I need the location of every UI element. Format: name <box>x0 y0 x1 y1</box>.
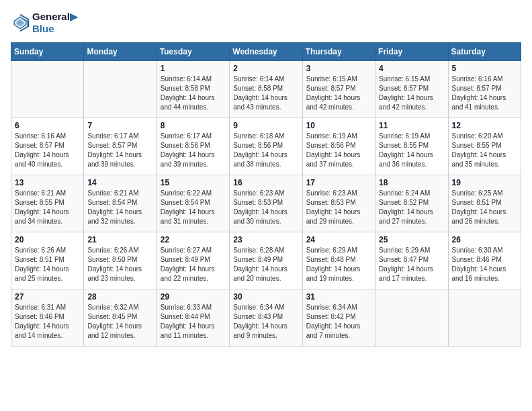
day-number: 6 <box>15 121 80 130</box>
day-info: Sunrise: 6:17 AM Sunset: 8:56 PM Dayligh… <box>161 132 226 169</box>
day-info: Sunrise: 6:28 AM Sunset: 8:49 PM Dayligh… <box>233 246 298 283</box>
calendar-cell <box>11 61 84 118</box>
day-info: Sunrise: 6:26 AM Sunset: 8:50 PM Dayligh… <box>87 246 152 283</box>
weekday-header-saturday: Saturday <box>448 43 521 61</box>
day-number: 26 <box>452 235 517 244</box>
day-number: 31 <box>306 292 371 302</box>
calendar-cell: 19Sunrise: 6:25 AM Sunset: 8:51 PM Dayli… <box>448 175 521 232</box>
calendar-cell: 9Sunrise: 6:18 AM Sunset: 8:56 PM Daylig… <box>230 118 302 175</box>
day-info: Sunrise: 6:32 AM Sunset: 8:45 PM Dayligh… <box>87 303 152 340</box>
calendar-cell: 28Sunrise: 6:32 AM Sunset: 8:45 PM Dayli… <box>84 289 157 347</box>
day-number: 16 <box>233 178 298 187</box>
day-number: 11 <box>379 121 444 130</box>
day-info: Sunrise: 6:15 AM Sunset: 8:57 PM Dayligh… <box>306 75 371 112</box>
calendar-cell: 2Sunrise: 6:14 AM Sunset: 8:58 PM Daylig… <box>230 61 302 118</box>
calendar-cell: 8Sunrise: 6:17 AM Sunset: 8:56 PM Daylig… <box>157 118 229 175</box>
calendar-cell: 21Sunrise: 6:26 AM Sunset: 8:50 PM Dayli… <box>84 232 157 289</box>
day-info: Sunrise: 6:27 AM Sunset: 8:49 PM Dayligh… <box>161 246 226 283</box>
calendar-cell: 15Sunrise: 6:22 AM Sunset: 8:54 PM Dayli… <box>157 175 229 232</box>
day-number: 23 <box>233 235 298 244</box>
calendar-cell <box>448 289 521 347</box>
calendar-cell: 31Sunrise: 6:34 AM Sunset: 8:42 PM Dayli… <box>302 289 375 347</box>
day-info: Sunrise: 6:23 AM Sunset: 8:53 PM Dayligh… <box>306 189 371 226</box>
day-number: 21 <box>87 235 152 244</box>
day-number: 13 <box>15 178 80 187</box>
calendar-cell: 3Sunrise: 6:15 AM Sunset: 8:57 PM Daylig… <box>302 61 375 118</box>
weekday-header-wednesday: Wednesday <box>230 43 302 61</box>
calendar-week-3: 13Sunrise: 6:21 AM Sunset: 8:55 PM Dayli… <box>11 175 521 232</box>
day-info: Sunrise: 6:29 AM Sunset: 8:48 PM Dayligh… <box>306 246 371 283</box>
day-number: 14 <box>87 178 152 187</box>
calendar-cell: 1Sunrise: 6:14 AM Sunset: 8:58 PM Daylig… <box>157 61 229 118</box>
calendar-cell: 27Sunrise: 6:31 AM Sunset: 8:46 PM Dayli… <box>11 289 84 347</box>
day-info: Sunrise: 6:22 AM Sunset: 8:54 PM Dayligh… <box>161 189 226 226</box>
calendar-cell: 16Sunrise: 6:23 AM Sunset: 8:53 PM Dayli… <box>230 175 302 232</box>
weekday-header-tuesday: Tuesday <box>157 43 229 61</box>
calendar-cell <box>375 289 448 347</box>
weekday-header-row: SundayMondayTuesdayWednesdayThursdayFrid… <box>11 43 521 61</box>
calendar-cell <box>84 61 157 118</box>
calendar-cell: 4Sunrise: 6:15 AM Sunset: 8:57 PM Daylig… <box>375 61 448 118</box>
day-number: 9 <box>233 121 298 130</box>
day-number: 30 <box>233 292 298 302</box>
day-info: Sunrise: 6:29 AM Sunset: 8:47 PM Dayligh… <box>379 246 444 283</box>
day-number: 20 <box>15 235 80 244</box>
day-info: Sunrise: 6:33 AM Sunset: 8:44 PM Dayligh… <box>161 303 226 340</box>
day-number: 25 <box>379 235 444 244</box>
weekday-header-friday: Friday <box>375 43 448 61</box>
calendar-cell: 10Sunrise: 6:19 AM Sunset: 8:56 PM Dayli… <box>302 118 375 175</box>
logo: General▶ Blue <box>11 11 78 34</box>
calendar-cell: 30Sunrise: 6:34 AM Sunset: 8:43 PM Dayli… <box>230 289 302 347</box>
calendar-cell: 5Sunrise: 6:16 AM Sunset: 8:57 PM Daylig… <box>448 61 521 118</box>
day-number: 29 <box>161 292 226 302</box>
calendar-cell: 11Sunrise: 6:19 AM Sunset: 8:55 PM Dayli… <box>375 118 448 175</box>
day-info: Sunrise: 6:17 AM Sunset: 8:57 PM Dayligh… <box>87 132 152 169</box>
calendar-week-4: 20Sunrise: 6:26 AM Sunset: 8:51 PM Dayli… <box>11 232 521 289</box>
calendar-week-5: 27Sunrise: 6:31 AM Sunset: 8:46 PM Dayli… <box>11 289 521 347</box>
day-info: Sunrise: 6:19 AM Sunset: 8:56 PM Dayligh… <box>306 132 371 169</box>
day-number: 17 <box>306 178 371 187</box>
calendar-cell: 25Sunrise: 6:29 AM Sunset: 8:47 PM Dayli… <box>375 232 448 289</box>
day-info: Sunrise: 6:34 AM Sunset: 8:43 PM Dayligh… <box>233 303 298 340</box>
day-info: Sunrise: 6:14 AM Sunset: 8:58 PM Dayligh… <box>161 75 226 112</box>
calendar-cell: 13Sunrise: 6:21 AM Sunset: 8:55 PM Dayli… <box>11 175 84 232</box>
weekday-header-thursday: Thursday <box>302 43 375 61</box>
weekday-header-monday: Monday <box>84 43 157 61</box>
day-info: Sunrise: 6:24 AM Sunset: 8:52 PM Dayligh… <box>379 189 444 226</box>
calendar-cell: 18Sunrise: 6:24 AM Sunset: 8:52 PM Dayli… <box>375 175 448 232</box>
calendar-cell: 20Sunrise: 6:26 AM Sunset: 8:51 PM Dayli… <box>11 232 84 289</box>
calendar-cell: 6Sunrise: 6:16 AM Sunset: 8:57 PM Daylig… <box>11 118 84 175</box>
day-number: 3 <box>306 64 371 73</box>
calendar-table: SundayMondayTuesdayWednesdayThursdayFrid… <box>11 42 521 347</box>
day-number: 15 <box>161 178 226 187</box>
day-info: Sunrise: 6:15 AM Sunset: 8:57 PM Dayligh… <box>379 75 444 112</box>
day-number: 22 <box>161 235 226 244</box>
calendar-cell: 17Sunrise: 6:23 AM Sunset: 8:53 PM Dayli… <box>302 175 375 232</box>
day-number: 7 <box>87 121 152 130</box>
day-info: Sunrise: 6:21 AM Sunset: 8:55 PM Dayligh… <box>15 189 80 226</box>
calendar-cell: 22Sunrise: 6:27 AM Sunset: 8:49 PM Dayli… <box>157 232 229 289</box>
calendar-week-1: 1Sunrise: 6:14 AM Sunset: 8:58 PM Daylig… <box>11 61 521 118</box>
day-info: Sunrise: 6:16 AM Sunset: 8:57 PM Dayligh… <box>15 132 80 169</box>
day-info: Sunrise: 6:23 AM Sunset: 8:53 PM Dayligh… <box>233 189 298 226</box>
day-number: 10 <box>306 121 371 130</box>
page-header: General▶ Blue <box>11 11 521 34</box>
day-info: Sunrise: 6:19 AM Sunset: 8:55 PM Dayligh… <box>379 132 444 169</box>
day-info: Sunrise: 6:34 AM Sunset: 8:42 PM Dayligh… <box>306 303 371 340</box>
day-info: Sunrise: 6:25 AM Sunset: 8:51 PM Dayligh… <box>452 189 517 226</box>
day-number: 1 <box>161 64 226 73</box>
day-info: Sunrise: 6:16 AM Sunset: 8:57 PM Dayligh… <box>452 75 517 112</box>
day-info: Sunrise: 6:21 AM Sunset: 8:54 PM Dayligh… <box>87 189 152 226</box>
day-number: 28 <box>87 292 152 302</box>
day-number: 2 <box>233 64 298 73</box>
calendar-cell: 26Sunrise: 6:30 AM Sunset: 8:46 PM Dayli… <box>448 232 521 289</box>
day-number: 19 <box>452 178 517 187</box>
calendar-cell: 14Sunrise: 6:21 AM Sunset: 8:54 PM Dayli… <box>84 175 157 232</box>
calendar-cell: 23Sunrise: 6:28 AM Sunset: 8:49 PM Dayli… <box>230 232 302 289</box>
calendar-cell: 7Sunrise: 6:17 AM Sunset: 8:57 PM Daylig… <box>84 118 157 175</box>
calendar-week-2: 6Sunrise: 6:16 AM Sunset: 8:57 PM Daylig… <box>11 118 521 175</box>
calendar-cell: 12Sunrise: 6:20 AM Sunset: 8:55 PM Dayli… <box>448 118 521 175</box>
day-number: 24 <box>306 235 371 244</box>
day-number: 18 <box>379 178 444 187</box>
day-info: Sunrise: 6:14 AM Sunset: 8:58 PM Dayligh… <box>233 75 298 112</box>
